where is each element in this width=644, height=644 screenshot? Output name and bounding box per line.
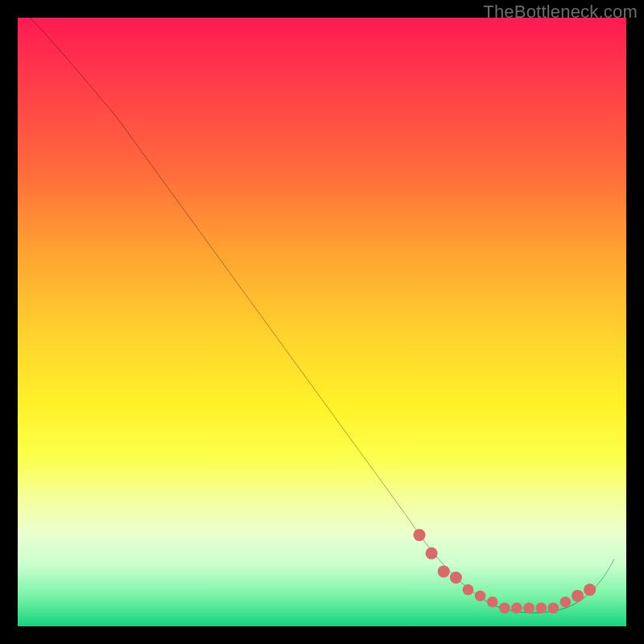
- svg-point-4: [463, 584, 474, 596]
- svg-point-1: [426, 547, 438, 559]
- chart-frame: TheBottleneck.com: [0, 0, 644, 644]
- chart-svg: [18, 18, 626, 626]
- svg-point-13: [572, 590, 584, 602]
- scatter-dots: [413, 529, 596, 613]
- svg-point-12: [560, 597, 572, 608]
- svg-point-9: [523, 603, 535, 614]
- svg-point-7: [499, 603, 510, 614]
- svg-point-8: [511, 603, 522, 614]
- svg-point-10: [535, 603, 547, 614]
- svg-point-14: [584, 584, 596, 596]
- svg-point-5: [475, 590, 486, 601]
- svg-point-3: [450, 572, 462, 584]
- chart-curve: [30, 18, 614, 613]
- plot-area: [18, 18, 626, 626]
- svg-point-11: [547, 603, 559, 614]
- svg-point-0: [413, 529, 425, 541]
- svg-point-6: [487, 597, 498, 608]
- svg-point-2: [438, 565, 450, 577]
